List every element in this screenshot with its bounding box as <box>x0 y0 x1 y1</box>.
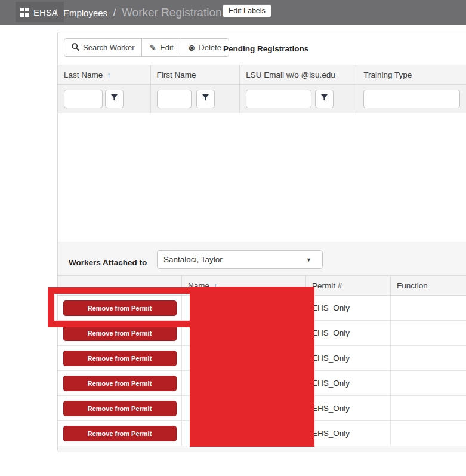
brand-label: EHSA <box>33 7 58 17</box>
breadcrumb: / Employees / Worker Registration <box>55 0 222 25</box>
funnel-icon <box>202 94 209 103</box>
page-title: Worker Registration <box>122 6 222 19</box>
pending-registrations-title: Pending Registrations <box>223 44 308 53</box>
funnel-icon <box>111 94 118 103</box>
delete-circle-icon: ⊗ <box>189 44 196 52</box>
pending-table-header: Last Name ↑ First Name LSU Email w/o @ls… <box>58 65 466 85</box>
delete-button[interactable]: ⊗ Delete <box>181 38 229 57</box>
worker-select-value: Santaloci, Taylor <box>163 255 306 264</box>
last-name-filter-button[interactable] <box>105 90 124 108</box>
function-cell <box>391 421 466 446</box>
remove-from-permit-button[interactable]: Remove from Permit <box>63 376 177 391</box>
last-name-filter-input[interactable] <box>64 90 103 108</box>
lsu-email-filter-input[interactable] <box>246 90 311 108</box>
column-header-permit[interactable]: Permit # <box>306 276 391 295</box>
permit-cell: EHS_Only <box>306 346 391 370</box>
function-cell <box>391 296 466 320</box>
edit-label: Edit <box>160 43 173 52</box>
function-cell <box>391 396 466 420</box>
worker-select-dropdown[interactable]: Santaloci, Taylor ▼ <box>157 250 323 269</box>
search-worker-button[interactable]: Search Worker <box>64 38 142 57</box>
sort-asc-icon: ↑ <box>107 70 111 79</box>
first-name-filter-input[interactable] <box>157 90 192 108</box>
pencil-icon: ✎ <box>149 44 156 52</box>
permit-cell: EHS_Only <box>306 321 391 345</box>
training-type-filter-input[interactable] <box>363 90 460 108</box>
function-cell <box>391 346 466 370</box>
search-worker-label: Search Worker <box>83 43 134 52</box>
column-header-first-name[interactable]: First Name <box>151 65 240 84</box>
remove-from-permit-button[interactable]: Remove from Permit <box>63 426 177 441</box>
column-header-lsu-email[interactable]: LSU Email w/o @lsu.edu <box>240 65 357 84</box>
permit-cell: EHS_Only <box>306 296 391 320</box>
breadcrumb-separator: / <box>113 8 116 17</box>
edit-button[interactable]: ✎ Edit <box>141 38 181 57</box>
click-highlight-annotation <box>48 287 197 327</box>
remove-from-permit-button[interactable]: Remove from Permit <box>63 401 177 416</box>
pending-registrations-table: Last Name ↑ First Name LSU Email w/o @ls… <box>58 65 466 243</box>
permit-cell: EHS_Only <box>306 396 391 420</box>
app-grid-icon <box>20 8 29 17</box>
permit-cell: EHS_Only <box>306 421 391 446</box>
permit-cell: EHS_Only <box>306 371 391 395</box>
remove-from-permit-button[interactable]: Remove from Permit <box>63 325 177 341</box>
workers-attached-label: Workers Attached to <box>69 258 147 267</box>
top-navbar: EHSA / Employees / Worker Registration E… <box>0 0 466 25</box>
remove-from-permit-button[interactable]: Remove from Permit <box>63 351 177 366</box>
pending-table-empty-body <box>58 113 466 243</box>
column-header-function[interactable]: Function <box>391 276 466 295</box>
function-cell <box>391 321 466 345</box>
funnel-icon <box>321 94 328 103</box>
first-name-filter-button[interactable] <box>196 90 215 108</box>
edit-labels-button[interactable]: Edit Labels <box>223 4 271 17</box>
redaction-overlay <box>190 287 314 447</box>
breadcrumb-separator: / <box>55 8 57 17</box>
column-header-last-name[interactable]: Last Name ↑ <box>58 65 151 84</box>
chevron-down-icon: ▼ <box>306 257 311 263</box>
breadcrumb-employees-link[interactable]: Employees <box>63 8 107 18</box>
lsu-email-filter-button[interactable] <box>315 90 334 108</box>
pending-toolbar: Search Worker ✎ Edit ⊗ Delete <box>64 38 229 57</box>
pending-table-filter-row <box>58 85 466 113</box>
function-cell <box>391 371 466 395</box>
search-icon <box>72 43 79 52</box>
column-header-training-type[interactable]: Training Type <box>357 65 466 84</box>
delete-label: Delete <box>199 43 221 52</box>
